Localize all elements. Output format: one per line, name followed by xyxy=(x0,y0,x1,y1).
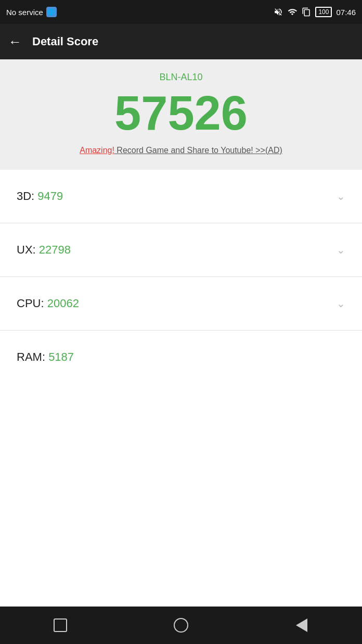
mute-icon xyxy=(274,7,283,17)
status-left: No service 🌐 xyxy=(6,7,57,17)
device-name: BLN-AL10 xyxy=(8,72,354,83)
score-label-cpu: CPU: 20062 xyxy=(17,297,79,310)
total-score: 57526 xyxy=(8,88,354,138)
copy-icon xyxy=(302,7,311,17)
nav-recent-button[interactable] xyxy=(51,616,70,635)
amazing-label: Amazing! xyxy=(80,146,114,155)
back-icon xyxy=(296,618,307,632)
app-bar: ← Detail Score xyxy=(0,24,362,59)
status-bar: No service 🌐 100 07:46 xyxy=(0,0,362,24)
battery-indicator: 100 xyxy=(315,7,332,17)
score-header: BLN-AL10 57526 Amazing! Record Game and … xyxy=(0,59,362,170)
back-button[interactable]: ← xyxy=(8,34,22,50)
bottom-nav xyxy=(0,607,362,644)
nav-back-button[interactable] xyxy=(292,616,311,635)
score-category-3d: 3D: xyxy=(17,190,37,203)
score-item-cpu[interactable]: CPU: 20062 ⌄ xyxy=(0,277,362,331)
time-display: 07:46 xyxy=(336,8,356,17)
score-category-ux: UX: xyxy=(17,243,39,256)
score-item-ux[interactable]: UX: 22798 ⌄ xyxy=(0,223,362,277)
score-label-ux: UX: 22798 xyxy=(17,243,71,257)
promo-banner[interactable]: Amazing! Record Game and Share to Youtub… xyxy=(8,146,354,155)
status-app-icon: 🌐 xyxy=(46,7,57,17)
nav-home-button[interactable] xyxy=(172,616,190,635)
score-label-3d: 3D: 9479 xyxy=(17,190,63,203)
score-label-ram: RAM: 5187 xyxy=(17,350,74,364)
chevron-down-icon-cpu: ⌄ xyxy=(337,297,345,310)
score-value-3d: 9479 xyxy=(37,190,63,203)
home-icon xyxy=(174,618,188,633)
score-value-cpu: 20062 xyxy=(47,297,79,310)
score-value-ram: 5187 xyxy=(48,350,74,363)
score-category-cpu: CPU: xyxy=(17,297,47,310)
chevron-down-icon-ux: ⌄ xyxy=(337,244,345,256)
chevron-down-icon-3d: ⌄ xyxy=(337,190,345,203)
score-category-ram: RAM: xyxy=(17,350,48,363)
no-service-text: No service xyxy=(6,8,43,17)
score-item-3d[interactable]: 3D: 9479 ⌄ xyxy=(0,170,362,223)
status-right: 100 07:46 xyxy=(274,7,356,17)
recent-apps-icon xyxy=(54,618,67,632)
score-list: 3D: 9479 ⌄ UX: 22798 ⌄ CPU: 20062 ⌄ RAM:… xyxy=(0,170,362,607)
record-label: Record Game and Share to Youtube! >>(AD) xyxy=(114,146,282,155)
score-value-ux: 22798 xyxy=(39,243,71,256)
wifi-icon xyxy=(287,7,298,17)
score-item-ram[interactable]: RAM: 5187 xyxy=(0,331,362,384)
page-title: Detail Score xyxy=(32,35,98,48)
